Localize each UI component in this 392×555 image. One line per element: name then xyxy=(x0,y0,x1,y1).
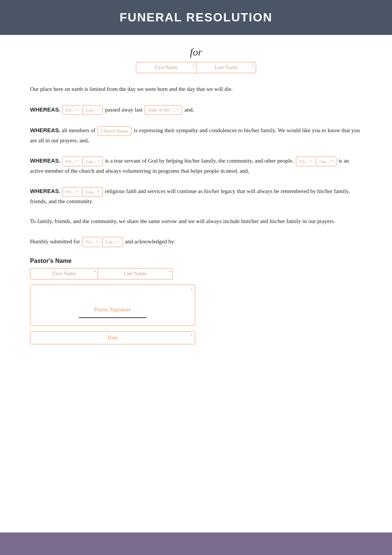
header-last-name-placeholder: Last Name xyxy=(214,65,237,70)
submitted-first-field[interactable]: Fir... * xyxy=(82,237,101,247)
req-star: * xyxy=(76,189,78,195)
pastor-signature-box[interactable]: * Pastor Signature xyxy=(30,285,195,326)
whereas-4: WHEREAS, Fir... * Las... * religious fai… xyxy=(30,186,362,206)
pastor-date-placeholder: Date xyxy=(107,335,118,341)
req-star: * xyxy=(98,158,100,164)
required-star-2: * xyxy=(252,63,255,68)
main-content: for First Name * Last Name * Our place h… xyxy=(0,35,392,532)
whereas-1-first-field[interactable]: Fir... * xyxy=(62,105,81,115)
whereas-3-first-placeholder: Fir... xyxy=(66,157,75,166)
submitted-last-field[interactable]: Las... * xyxy=(102,237,123,247)
whereas-3-first-field[interactable]: Fir... * xyxy=(62,157,81,166)
req-star: * xyxy=(98,189,100,195)
header-first-name-placeholder: First Name xyxy=(154,65,178,70)
whereas-1-middle-text: passed away last xyxy=(105,107,143,113)
pastor-first-name-placeholder: First Name xyxy=(52,271,76,276)
whereas-2-prefix: all members of xyxy=(62,127,95,133)
whereas-3-last-field[interactable]: Las... * xyxy=(82,157,103,166)
pastor-name-row: First Name * Last Name * xyxy=(30,268,195,279)
name-pair-header: First Name * Last Name * xyxy=(136,62,256,73)
page-wrapper: FUNERAL RESOLUTION for First Name * Last… xyxy=(0,0,392,555)
signature-line xyxy=(79,317,146,318)
whereas-1-date-field[interactable]: Date of the .... * xyxy=(145,105,182,115)
date-req-star: * xyxy=(191,333,193,338)
req-star: * xyxy=(118,239,119,245)
page-title: FUNERAL RESOLUTION xyxy=(15,11,377,24)
whereas-2: WHEREAS, all members of Church Name is e… xyxy=(30,125,362,145)
submitted-line: Humbly submitted for Fir... * Las... * a… xyxy=(30,237,362,247)
whereas-4-first-placeholder: Fir... xyxy=(66,188,75,196)
whereas-1-end: and, xyxy=(184,107,194,113)
whereas-2-church-field[interactable]: Church Name xyxy=(98,126,132,136)
whereas-4-first-field[interactable]: Fir... * xyxy=(62,187,81,197)
whereas-1-last-placeholder: Las... xyxy=(86,106,96,114)
whereas-1-date-placeholder: Date of the .... xyxy=(148,106,176,114)
whereas-1-first-placeholder: Fir... xyxy=(66,106,75,114)
signature-req-star: * xyxy=(191,287,193,292)
whereas-3-last2-field[interactable]: Las... * xyxy=(316,157,336,166)
name-fields-row: First Name * Last Name * xyxy=(30,62,362,73)
req-star: * xyxy=(309,158,311,164)
req-star: * xyxy=(177,107,179,113)
whereas-3-middle: is a true servant of God by helping his/… xyxy=(105,158,294,164)
header-first-name-field[interactable]: First Name * xyxy=(136,62,196,73)
required-star-1: * xyxy=(193,63,195,68)
intro-paragraph: Our place here on earth is limited from … xyxy=(30,84,362,94)
whereas-4-name-pair: Fir... * Las... * xyxy=(62,187,104,197)
pastors-name-label: Pastor's Name xyxy=(30,258,362,264)
whereas-3-first2-field[interactable]: Fir... * xyxy=(296,157,314,166)
footer-bar xyxy=(0,532,392,555)
req-star: * xyxy=(98,107,100,113)
pastor-last-name-placeholder: Last Name xyxy=(124,271,146,276)
req-star: * xyxy=(76,158,78,164)
whereas-1-last-field[interactable]: Las... * xyxy=(82,105,103,115)
header-last-name-field[interactable]: Last Name * xyxy=(196,62,256,73)
req-star: * xyxy=(331,158,333,164)
whereas-3-last-placeholder: Las... xyxy=(86,157,96,166)
required-star-pastor-last: * xyxy=(169,270,171,274)
req-star: * xyxy=(76,107,78,113)
submitted-prefix: Humbly submitted for xyxy=(30,238,80,244)
whereas-3-last2-placeholder: Las... xyxy=(319,157,330,166)
required-star-pastor-first: * xyxy=(94,270,96,274)
whereas-4-last-placeholder: Las... xyxy=(86,188,96,196)
submitted-last-placeholder: Las... xyxy=(106,238,116,246)
whereas-3-name-pair-1: Fir... * Las... * xyxy=(62,157,104,166)
pastor-signature-placeholder: Pastor Signature xyxy=(94,306,131,313)
whereas-2-church-placeholder: Church Name xyxy=(101,127,128,135)
whereas-3-name-pair-2: Fir... * Las... * xyxy=(295,157,337,166)
pastor-fields: First Name * Last Name * * Pastor Signat… xyxy=(30,268,195,344)
whereas-1-name-pair: Fir... * Las... * xyxy=(62,105,104,115)
whereas-4-bold: WHEREAS xyxy=(30,188,59,194)
whereas-3-bold: WHEREAS xyxy=(30,157,59,164)
pastor-last-name-field[interactable]: Last Name * xyxy=(98,268,173,279)
pastor-date-box[interactable]: * Date xyxy=(30,331,195,344)
header-bar: FUNERAL RESOLUTION xyxy=(0,0,392,35)
whereas-3: WHEREAS, Fir... * Las... * is a true ser… xyxy=(30,156,362,176)
whereas-1: WHEREAS, Fir... * Las... * passed away l… xyxy=(30,105,362,115)
whereas-3-first2-placeholder: Fir... xyxy=(299,157,308,166)
whereas-1-bold: WHEREAS xyxy=(30,106,59,113)
for-label: for xyxy=(30,46,362,58)
for-section: for First Name * Last Name * xyxy=(30,46,362,73)
closing-paragraph: To family, friends, and the community, w… xyxy=(30,217,362,226)
submitted-suffix: and acknowledged by: xyxy=(125,238,176,244)
req-star: * xyxy=(96,239,98,245)
pastor-first-name-field[interactable]: First Name * xyxy=(30,268,98,279)
whereas-4-last-field[interactable]: Las... * xyxy=(82,187,103,197)
whereas-2-bold: WHEREAS xyxy=(30,127,59,133)
pastor-section: Pastor's Name First Name * Last Name * * xyxy=(30,258,362,344)
submitted-name-pair: Fir... * Las... * xyxy=(81,237,124,247)
submitted-first-placeholder: Fir... xyxy=(86,238,95,246)
